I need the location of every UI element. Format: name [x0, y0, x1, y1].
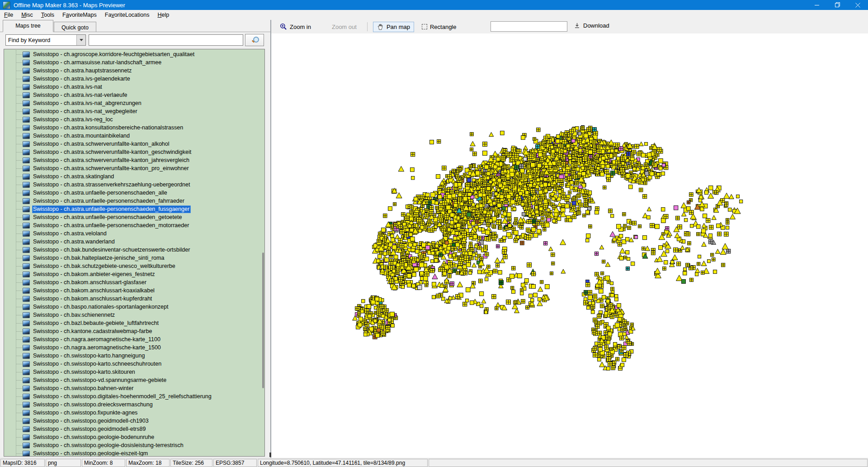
- tree-item-label: Swisstopo - ch.bakom.anbieter-eigenes_fe…: [32, 271, 156, 278]
- tree-connector: [16, 62, 22, 63]
- tree-item[interactable]: Swisstopo - ch.swisstopo.dreiecksvermasc…: [4, 400, 264, 409]
- status-cell-7: [429, 459, 868, 467]
- window-title: Offline Map Maker 8.363 - Maps Previewer: [14, 2, 807, 9]
- tree-item[interactable]: Swisstopo - ch.astra.ivs-gelaendekarte: [4, 75, 264, 83]
- map-layer-icon: [23, 84, 30, 90]
- map-layer-icon: [23, 190, 30, 196]
- tree-item[interactable]: Swisstopo - ch.bakom.anschlussart-glasfa…: [4, 278, 264, 286]
- tree-item[interactable]: Swisstopo - ch.astra.strassenverkehrszae…: [4, 181, 264, 189]
- tree-item[interactable]: Swisstopo - ch.swisstopo-karto.skitouren: [4, 368, 264, 376]
- zoom-out-button: Zoom out: [328, 22, 361, 32]
- tree-item[interactable]: Swisstopo - ch.baspo.nationales-sportanl…: [4, 303, 264, 311]
- tree-item[interactable]: Swisstopo - ch.swisstopo-vd.spannungsarm…: [4, 376, 264, 384]
- pan-map-button[interactable]: Pan map: [373, 22, 414, 32]
- menu-item-misc[interactable]: Misc: [17, 10, 37, 19]
- tree-item[interactable]: Swisstopo - ch.bakom.anschlussart-kupfer…: [4, 295, 264, 303]
- tree-item[interactable]: Swisstopo - ch.swisstopo.geoidmodell-etr…: [4, 425, 264, 433]
- tree-item[interactable]: Swisstopo - ch.astra.schwerverunfallte-k…: [4, 140, 264, 148]
- menu-item-favoritemaps[interactable]: FavoriteMaps: [58, 10, 101, 19]
- tree-item[interactable]: Swisstopo - ch.astra.veloland: [4, 229, 264, 238]
- tree-item[interactable]: Swisstopo - ch.astra.skatingland: [4, 172, 264, 181]
- tree-item[interactable]: Swisstopo - ch.astra.ivs-nat_abgrenzunge…: [4, 99, 264, 107]
- tree-item[interactable]: Swisstopo - ch.swisstopo.geoidmodell-ch1…: [4, 417, 264, 425]
- tree-item[interactable]: Swisstopo - ch.kantone.cadastralwebmap-f…: [4, 327, 264, 335]
- restore-button[interactable]: [827, 0, 848, 10]
- tree-connector: [16, 307, 22, 307]
- tab-maps-tree[interactable]: Maps tree: [3, 20, 53, 32]
- tree-item-label: Swisstopo - ch.bak.halteplaetze-jenische…: [32, 254, 165, 262]
- tree-item[interactable]: Swisstopo - ch.astra.unfaelle-personensc…: [4, 205, 264, 213]
- tree-item[interactable]: Swisstopo - ch.astra.ivs-nat: [4, 83, 264, 91]
- download-icon: [574, 22, 580, 29]
- tree-connector: [16, 380, 22, 381]
- dashed-rectangle-icon: [422, 24, 427, 29]
- menu-item-tools[interactable]: Tools: [37, 10, 58, 19]
- tree-scrollbar-thumb[interactable]: [262, 253, 264, 388]
- tree-connector: [16, 128, 22, 128]
- tree-item[interactable]: Swisstopo - ch.astra.ivs-nat_wegbegleite…: [4, 107, 264, 115]
- tree-item[interactable]: Swisstopo - ch.astra.unfaelle-personensc…: [4, 189, 264, 197]
- tree-item[interactable]: Swisstopo - ch.astra.unfaelle-personensc…: [4, 197, 264, 205]
- tree-item-label: Swisstopo - ch.astra.ivs-nat-verlaeufe: [32, 91, 128, 99]
- menu-item-file[interactable]: File: [0, 10, 17, 19]
- search-input[interactable]: [89, 34, 243, 46]
- tree-item[interactable]: Swisstopo - ch.astra.ivs-nat-verlaeufe: [4, 91, 264, 99]
- map-layer-icon: [23, 117, 30, 123]
- map-viewport[interactable]: [271, 33, 868, 458]
- tree-item[interactable]: Swisstopo - ch.bak.bundesinventar-schuet…: [4, 246, 264, 254]
- map-layer-icon: [23, 320, 30, 326]
- map-layer-icon: [23, 206, 30, 212]
- minimize-button[interactable]: [807, 0, 827, 10]
- tree-item[interactable]: Swisstopo - ch.swisstopo.geologie-eiszei…: [4, 449, 264, 457]
- rectangle-button[interactable]: Rectangle: [418, 22, 461, 32]
- panel-tabs: Maps treeQuick goto: [0, 20, 270, 32]
- tree-item[interactable]: Swisstopo - ch.bazl.bebaute-gebiete_luft…: [4, 319, 264, 327]
- tree-item[interactable]: Swisstopo - ch.astra.mountainbikeland: [4, 132, 264, 140]
- tree-item[interactable]: Swisstopo - ch.astra.konsultationsbereic…: [4, 124, 264, 132]
- menu-item-favoritelocations[interactable]: FavoriteLocations: [101, 10, 154, 19]
- tree-item[interactable]: Swisstopo - ch.swisstopo.fixpunkte-agnes: [4, 409, 264, 417]
- tree-item[interactable]: Swisstopo - ch.nagra.aeromagnetische-kar…: [4, 343, 264, 352]
- tree-item[interactable]: Swisstopo - ch.armasuisse.natur-landscha…: [4, 58, 264, 67]
- tree-connector: [16, 323, 22, 324]
- tree-item-label: Swisstopo - ch.swisstopo.geologie-bodenu…: [32, 434, 156, 441]
- status-bar: MapsID: 3816pngMinZoom: 8MaxZoom: 18Tile…: [0, 458, 868, 467]
- tree-item[interactable]: Swisstopo - ch.bav.schienennetz: [4, 311, 264, 319]
- coordinate-input[interactable]: [491, 21, 567, 32]
- tree-item[interactable]: Swisstopo - ch.bak.schutzgebiete-unesco_…: [4, 262, 264, 270]
- tree-item[interactable]: Swisstopo - ch.astra.wanderland: [4, 238, 264, 246]
- find-mode-select[interactable]: Find by Keyword: [5, 34, 86, 46]
- combo-dropdown-button[interactable]: [76, 35, 85, 45]
- download-button[interactable]: Download: [570, 20, 613, 31]
- tree-item[interactable]: Swisstopo - ch.swisstopo.bahnen-winter: [4, 384, 264, 392]
- tree-item[interactable]: Swisstopo - ch.astra.schwerverunfallte-k…: [4, 156, 264, 164]
- map-layer-icon: [23, 157, 30, 163]
- search-button[interactable]: [245, 34, 264, 46]
- zoom-in-button[interactable]: Zoom in: [276, 21, 315, 32]
- tree-item[interactable]: Swisstopo - ch.astra.schwerverunfallte-k…: [4, 164, 264, 172]
- tree-item[interactable]: Swisstopo - ch.nagra.aeromagnetische-kar…: [4, 335, 264, 343]
- tree-item[interactable]: Swisstopo - ch.astra.schwerverunfallte-k…: [4, 148, 264, 156]
- tree-connector: [16, 258, 22, 258]
- tree-item[interactable]: Swisstopo - ch.swisstopo.digitales-hoehe…: [4, 392, 264, 400]
- tree-item[interactable]: Swisstopo - ch.swisstopo.geologie-bodenu…: [4, 433, 264, 441]
- tree-item[interactable]: Swisstopo - ch.swisstopo-karto.schneesch…: [4, 360, 264, 368]
- tree-item[interactable]: Swisstopo - ch.bakom.anbieter-eigenes_fe…: [4, 270, 264, 278]
- tree-item[interactable]: Swisstopo - ch.astra.unfaelle-personensc…: [4, 213, 264, 221]
- tree-item[interactable]: Swisstopo - ch.agroscope.korridore-feuch…: [4, 50, 264, 58]
- tab-quick-goto[interactable]: Quick goto: [54, 22, 96, 32]
- tree-connector: [16, 299, 22, 299]
- tree-item[interactable]: Swisstopo - ch.astra.hauptstrassennetz: [4, 67, 264, 75]
- tree-item-label: Swisstopo - ch.bakom.anschlussart-kupfer…: [32, 295, 153, 303]
- tree-item[interactable]: Swisstopo - ch.bak.halteplaetze-jenische…: [4, 254, 264, 262]
- map-layer-icon: [23, 133, 30, 139]
- map-layer-icon: [23, 434, 30, 440]
- tree-item[interactable]: Swisstopo - ch.swisstopo-karto.hangneigu…: [4, 352, 264, 360]
- tree-item-label: Swisstopo - ch.swisstopo-vd.spannungsarm…: [32, 376, 168, 384]
- tree-item[interactable]: Swisstopo - ch.astra.unfaelle-personensc…: [4, 221, 264, 229]
- tree-item[interactable]: Swisstopo - ch.astra.ivs-reg_loc: [4, 115, 264, 124]
- tree-item[interactable]: Swisstopo - ch.swisstopo.geologie-dosisl…: [4, 441, 264, 449]
- tree-item[interactable]: Swisstopo - ch.bakom.anschlussart-koaxia…: [4, 286, 264, 295]
- close-button[interactable]: [848, 0, 868, 10]
- menu-item-help[interactable]: Help: [153, 10, 173, 19]
